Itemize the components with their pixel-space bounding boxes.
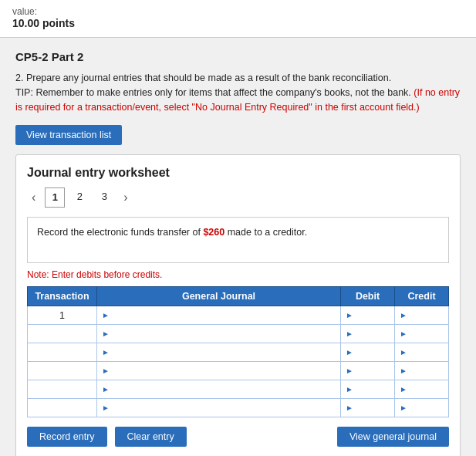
page-2[interactable]: 2 bbox=[69, 187, 89, 208]
debit-cell[interactable]: ► bbox=[341, 362, 395, 380]
account-cell[interactable]: ► bbox=[97, 325, 341, 343]
value-label: value: bbox=[12, 6, 464, 17]
table-row: ►►► bbox=[28, 343, 449, 362]
credit-cell[interactable]: ► bbox=[395, 399, 449, 417]
account-cell[interactable]: ► bbox=[97, 399, 341, 417]
prev-arrow[interactable]: ‹ bbox=[27, 189, 40, 206]
dropdown-triangle: ► bbox=[346, 366, 353, 375]
top-bar: value: 10.00 points bbox=[0, 0, 476, 38]
dropdown-triangle: ► bbox=[102, 404, 110, 412]
dropdown-triangle: ► bbox=[102, 311, 110, 319]
table-row: ►►► bbox=[28, 325, 449, 343]
page-3[interactable]: 3 bbox=[94, 187, 114, 208]
table-row: ►►► bbox=[28, 380, 449, 399]
prompt-amount: $260 bbox=[203, 227, 224, 238]
main-content: CP5-2 Part 2 2. Prepare any journal entr… bbox=[0, 38, 476, 456]
col-credit: Credit bbox=[395, 287, 449, 306]
dropdown-triangle: ► bbox=[346, 385, 353, 394]
credit-cell[interactable]: ► bbox=[395, 306, 449, 325]
col-transaction: Transaction bbox=[28, 287, 97, 306]
dropdown-triangle: ► bbox=[102, 329, 110, 338]
view-general-journal-button[interactable]: View general journal bbox=[337, 427, 449, 447]
account-cell[interactable]: ► bbox=[97, 362, 341, 380]
transaction-cell bbox=[28, 399, 97, 417]
next-arrow[interactable]: › bbox=[119, 189, 132, 206]
table-row: ►►► bbox=[28, 399, 449, 417]
page-1[interactable]: 1 bbox=[45, 187, 65, 208]
transaction-cell bbox=[28, 380, 97, 399]
col-general-journal: General Journal bbox=[97, 287, 341, 306]
debit-cell[interactable]: ► bbox=[341, 399, 395, 417]
clear-entry-button[interactable]: Clear entry bbox=[115, 427, 187, 447]
pagination: ‹ 1 2 3 › bbox=[27, 187, 449, 208]
col-debit: Debit bbox=[341, 287, 395, 306]
account-cell[interactable]: ► bbox=[97, 306, 341, 325]
dropdown-triangle: ► bbox=[346, 348, 353, 356]
table-header-row: Transaction General Journal Debit Credit bbox=[28, 287, 449, 306]
credit-cell[interactable]: ► bbox=[395, 362, 449, 380]
transaction-cell bbox=[28, 343, 97, 362]
dropdown-triangle: ► bbox=[400, 348, 407, 356]
instruction-main: Prepare any journal entries that should … bbox=[26, 73, 391, 83]
transaction-cell bbox=[28, 325, 97, 343]
record-entry-button[interactable]: Record entry bbox=[27, 427, 107, 447]
account-cell[interactable]: ► bbox=[97, 343, 341, 362]
account-cell[interactable]: ► bbox=[97, 380, 341, 399]
prompt-box: Record the electronic funds transfer of … bbox=[27, 217, 449, 263]
dropdown-triangle: ► bbox=[346, 311, 353, 319]
tip-text: TIP: Remember to make entries only for i… bbox=[15, 87, 411, 98]
worksheet-title: Journal entry worksheet bbox=[27, 166, 449, 180]
section-title: CP5-2 Part 2 bbox=[15, 50, 461, 63]
dropdown-triangle: ► bbox=[102, 366, 110, 375]
dropdown-triangle: ► bbox=[400, 311, 407, 319]
dropdown-triangle: ► bbox=[102, 348, 110, 356]
worksheet-card: Journal entry worksheet ‹ 1 2 3 › Record… bbox=[15, 154, 461, 456]
note-text: Note: Enter debits before credits. bbox=[27, 269, 449, 280]
action-buttons: Record entry Clear entry View general jo… bbox=[27, 427, 449, 447]
debit-cell[interactable]: ► bbox=[341, 325, 395, 343]
dropdown-triangle: ► bbox=[346, 329, 353, 338]
transaction-cell: 1 bbox=[28, 306, 97, 325]
transaction-cell bbox=[28, 362, 97, 380]
dropdown-triangle: ► bbox=[400, 404, 407, 412]
debit-cell[interactable]: ► bbox=[341, 306, 395, 325]
debit-cell[interactable]: ► bbox=[341, 343, 395, 362]
journal-table: Transaction General Journal Debit Credit… bbox=[27, 286, 449, 417]
points-value: 10.00 points bbox=[12, 17, 464, 29]
table-row: 1►►► bbox=[28, 306, 449, 325]
dropdown-triangle: ► bbox=[400, 385, 407, 394]
credit-cell[interactable]: ► bbox=[395, 325, 449, 343]
view-transaction-button[interactable]: View transaction list bbox=[15, 125, 122, 145]
table-row: ►►► bbox=[28, 362, 449, 380]
credit-cell[interactable]: ► bbox=[395, 343, 449, 362]
instructions: 2. Prepare any journal entries that shou… bbox=[15, 71, 461, 114]
dropdown-triangle: ► bbox=[400, 329, 407, 338]
dropdown-triangle: ► bbox=[346, 404, 353, 412]
instruction-number: 2. bbox=[15, 73, 23, 83]
debit-cell[interactable]: ► bbox=[341, 380, 395, 399]
dropdown-triangle: ► bbox=[400, 366, 407, 375]
credit-cell[interactable]: ► bbox=[395, 380, 449, 399]
dropdown-triangle: ► bbox=[102, 385, 110, 394]
